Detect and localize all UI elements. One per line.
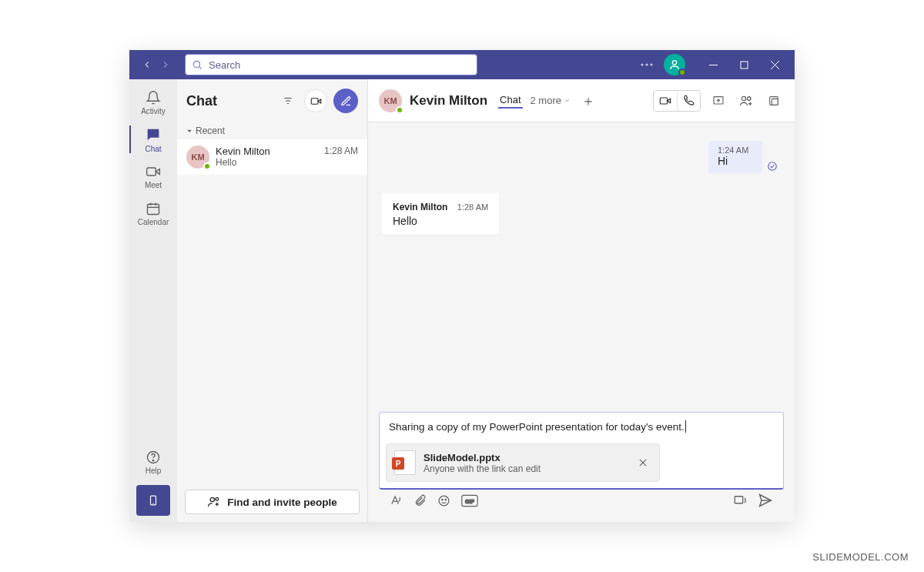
invite-people-button[interactable]: Find and invite people <box>185 490 360 514</box>
more-button[interactable] <box>636 60 658 69</box>
read-receipt-icon <box>767 161 778 173</box>
rail-label: Meet <box>145 181 162 189</box>
svg-point-4 <box>650 63 652 65</box>
tab-chat[interactable]: Chat <box>498 92 522 109</box>
contact-avatar[interactable]: KM <box>379 89 402 112</box>
svg-rect-39 <box>772 99 778 105</box>
titlebar-right <box>636 50 790 79</box>
svg-rect-49 <box>735 497 743 503</box>
attachment-filename: SlideModel.pptx <box>424 452 627 463</box>
chat-list-title: Chat <box>186 93 272 109</box>
send-button[interactable] <box>758 493 773 508</box>
message-preview: Hello <box>216 157 358 168</box>
svg-line-1 <box>199 67 202 69</box>
nav-arrows <box>134 56 179 73</box>
rail-activity[interactable]: Activity <box>129 84 177 121</box>
search-placeholder: Search <box>209 59 240 71</box>
maximize-button[interactable] <box>728 50 759 79</box>
search-input[interactable]: Search <box>185 54 477 75</box>
rail-label: Help <box>146 467 162 475</box>
titlebar: Search <box>129 50 795 79</box>
emoji-button[interactable] <box>437 494 450 507</box>
rail-mobile-button[interactable] <box>136 485 170 516</box>
chat-list-pane: Chat Recent KM <box>177 79 368 522</box>
svg-point-2 <box>641 63 643 65</box>
new-chat-button[interactable] <box>333 89 358 113</box>
conversation-pane: KM Kevin Milton Chat 2 more ＋ <box>368 79 795 522</box>
svg-point-46 <box>445 499 446 500</box>
svg-point-35 <box>748 96 752 100</box>
section-label-text: Recent <box>196 125 225 136</box>
app-rail: Activity Chat Meet Calendar Help <box>129 79 177 522</box>
message-bubble[interactable]: Kevin Milton 1:28 AM Hello <box>382 193 499 235</box>
svg-point-5 <box>672 61 676 65</box>
message-text: Hi <box>718 155 753 167</box>
close-button[interactable] <box>759 50 790 79</box>
presence-available-icon <box>203 162 211 170</box>
svg-point-45 <box>442 499 443 500</box>
rail-label: Activity <box>141 107 166 115</box>
chat-list-item[interactable]: KM Kevin Milton 1:28 AM Hello <box>177 139 367 175</box>
nav-back-button[interactable] <box>139 56 156 73</box>
svg-point-44 <box>439 496 449 506</box>
text-cursor <box>685 420 686 433</box>
add-people-button[interactable] <box>736 91 756 111</box>
svg-rect-10 <box>147 168 156 176</box>
conversation-header: KM Kevin Milton Chat 2 more ＋ <box>368 79 795 122</box>
chat-list-header: Chat <box>177 79 367 122</box>
powerpoint-file-icon: P <box>394 450 416 475</box>
app-body: Activity Chat Meet Calendar Help <box>129 79 795 522</box>
rail-label: Chat <box>145 145 161 153</box>
tab-more[interactable]: 2 more <box>531 95 571 106</box>
compose-area: Sharing a copy of my PowerPoint presenta… <box>379 412 784 514</box>
rail-calendar[interactable]: Calendar <box>129 195 177 232</box>
svg-text:GIF: GIF <box>465 498 474 503</box>
meet-now-button[interactable] <box>304 89 327 112</box>
svg-point-0 <box>193 61 199 67</box>
rail-help[interactable]: Help <box>129 443 177 480</box>
presence-available-icon <box>396 106 403 114</box>
video-call-button[interactable] <box>654 91 677 111</box>
watermark: SLIDEMODEL.COM <box>812 551 909 563</box>
message-sent: 1:24 AM Hi <box>708 141 778 173</box>
message-received: Kevin Milton 1:28 AM Hello <box>382 193 499 235</box>
window-controls <box>698 50 790 79</box>
section-recent[interactable]: Recent <box>177 122 367 139</box>
rail-chat[interactable]: Chat <box>129 121 177 158</box>
contact-name-header: Kevin Milton <box>410 93 487 109</box>
compose-box: Sharing a copy of my PowerPoint presenta… <box>379 412 784 490</box>
invite-label: Find and invite people <box>227 497 337 508</box>
message-time: 1:24 AM <box>718 146 753 155</box>
message-bubble[interactable]: 1:24 AM Hi <box>708 141 762 173</box>
compose-toolbar: GIF <box>379 490 784 514</box>
minimize-button[interactable] <box>698 50 728 79</box>
audio-call-button[interactable] <box>677 91 700 111</box>
add-tab-button[interactable]: ＋ <box>578 91 598 111</box>
user-avatar[interactable] <box>664 54 685 75</box>
svg-marker-24 <box>318 99 321 103</box>
avatar-initials: KM <box>383 96 397 105</box>
popout-button[interactable] <box>764 91 784 111</box>
svg-point-17 <box>152 460 153 460</box>
svg-marker-11 <box>156 169 159 174</box>
attachment-card[interactable]: P SlideModel.pptx Anyone with the link c… <box>386 443 660 482</box>
nav-forward-button[interactable] <box>157 56 174 73</box>
presence-available-icon <box>678 69 686 76</box>
attach-button[interactable] <box>413 494 427 507</box>
rail-meet[interactable]: Meet <box>129 158 177 195</box>
svg-rect-30 <box>660 98 667 104</box>
svg-point-26 <box>210 497 214 501</box>
filter-button[interactable] <box>278 91 298 111</box>
remove-attachment-button[interactable] <box>634 454 651 471</box>
svg-point-27 <box>216 497 219 500</box>
immersive-reader-button[interactable] <box>733 493 747 507</box>
screen-share-button[interactable] <box>708 91 728 111</box>
last-message-time: 1:28 AM <box>324 146 358 157</box>
svg-point-34 <box>742 96 745 100</box>
format-button[interactable] <box>390 494 403 507</box>
compose-input[interactable]: Sharing a copy of my PowerPoint presenta… <box>380 413 783 440</box>
tab-more-label: 2 more <box>531 95 561 106</box>
message-time: 1:28 AM <box>457 202 488 212</box>
messages-area[interactable]: 1:24 AM Hi Kevin Milton 1:28 AM Hello <box>368 122 795 412</box>
gif-button[interactable]: GIF <box>461 494 478 507</box>
